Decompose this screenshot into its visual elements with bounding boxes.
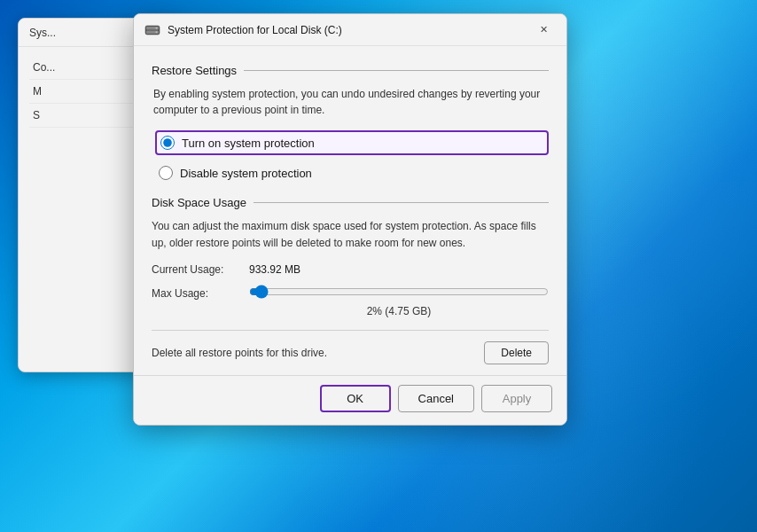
apply-button[interactable]: Apply (481, 385, 552, 412)
dialog-title: System Protection for Local Disk (C:) (168, 24, 531, 36)
dialog-content: Restore Settings By enabling system prot… (134, 46, 566, 375)
max-usage-label: Max Usage: (152, 287, 249, 300)
current-usage-value: 933.92 MB (249, 263, 300, 276)
restore-section-title: Restore Settings (152, 64, 237, 77)
slider-container (249, 285, 549, 301)
disk-space-section: Disk Space Usage You can adjust the maxi… (152, 196, 549, 364)
restore-description: By enabling system protection, you can u… (152, 86, 549, 118)
restore-section-header: Restore Settings (152, 64, 549, 77)
delete-row: Delete all restore points for this drive… (152, 330, 549, 364)
delete-button[interactable]: Delete (484, 341, 549, 364)
disk-usage-description: You can adjust the maximum disk space us… (152, 218, 549, 251)
titlebar-buttons: ✕ (531, 18, 556, 43)
ok-button[interactable]: OK (320, 385, 391, 412)
slider-percent-display: 2% (4.75 GB) (249, 305, 549, 317)
dialog-footer: OK Cancel Apply (134, 375, 566, 425)
dialog-titlebar: System Protection for Local Disk (C:) ✕ (134, 14, 566, 46)
max-usage-row: Max Usage: (152, 285, 549, 301)
hdd-icon (144, 22, 160, 38)
disk-section-header: Disk Space Usage (152, 196, 549, 209)
cancel-button[interactable]: Cancel (398, 385, 474, 412)
restore-section-line (244, 70, 549, 71)
bg-window-title: Sys... (29, 27, 56, 39)
radio-disable-input[interactable] (159, 166, 173, 180)
disk-section-title: Disk Space Usage (152, 196, 246, 209)
close-button[interactable]: ✕ (531, 18, 556, 43)
svg-point-4 (156, 31, 158, 33)
current-usage-row: Current Usage: 933.92 MB (152, 263, 549, 276)
restore-radio-group: Turn on system protection Disable system… (152, 130, 549, 184)
disk-space-slider[interactable] (249, 285, 549, 299)
disk-section-line (254, 202, 549, 203)
current-usage-label: Current Usage: (152, 263, 249, 276)
svg-point-3 (156, 27, 158, 28)
radio-disable-label: Disable system protection (180, 167, 312, 180)
radio-turn-on-option[interactable]: Turn on system protection (155, 130, 549, 155)
radio-turn-on-input[interactable] (160, 136, 175, 150)
radio-disable-option[interactable]: Disable system protection (155, 162, 549, 184)
radio-turn-on-label: Turn on system protection (182, 137, 315, 150)
system-protection-dialog: System Protection for Local Disk (C:) ✕ … (133, 13, 567, 426)
delete-description: Delete all restore points for this drive… (152, 347, 327, 359)
